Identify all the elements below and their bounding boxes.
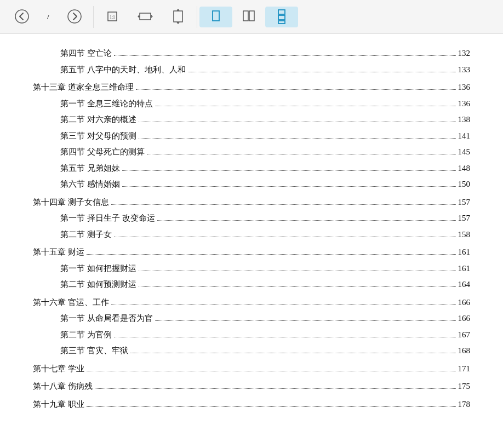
svg-point-0 bbox=[15, 10, 28, 23]
toc-dots bbox=[95, 388, 456, 389]
svg-rect-15 bbox=[278, 21, 285, 24]
divider-1 bbox=[93, 6, 94, 28]
svg-point-1 bbox=[68, 10, 81, 23]
toc-title: 第五节 八字中的天时、地利、人和 bbox=[60, 62, 186, 78]
toc-page-number: 145 bbox=[458, 144, 471, 160]
toc-dots bbox=[188, 72, 456, 72]
prev-icon bbox=[14, 9, 30, 24]
toc-page-number: 166 bbox=[458, 295, 471, 311]
section-entry: 第四节 父母死亡的测算145 bbox=[33, 144, 470, 160]
toc-page-number: 167 bbox=[458, 327, 471, 343]
toc-dots bbox=[111, 305, 456, 305]
toc-title: 第一节 从命局看是否为官 bbox=[60, 311, 153, 326]
chapter-entry: 第十四章 测子女信息157 bbox=[33, 194, 470, 210]
toc-page-number: 166 bbox=[458, 311, 471, 326]
single-page-icon bbox=[208, 9, 224, 24]
single-page-button[interactable] bbox=[199, 7, 232, 27]
section-entry: 第四节 空亡论132 bbox=[33, 45, 470, 61]
toc-page-number: 175 bbox=[458, 378, 471, 394]
toc-page-number: 132 bbox=[458, 45, 471, 61]
actual-size-icon: 1:1 bbox=[105, 9, 120, 24]
toc-dots bbox=[87, 371, 456, 371]
toc-dots bbox=[114, 55, 456, 56]
toc-dots bbox=[157, 220, 456, 221]
toc-page-number: 171 bbox=[458, 361, 471, 377]
toc-title: 第十三章 道家全息三维命理 bbox=[33, 79, 134, 95]
toc-page-number: 133 bbox=[458, 62, 471, 78]
chapter-entry: 第十七章 学业171 bbox=[33, 361, 470, 377]
section-entry: 第一节 择日生子 改变命运157 bbox=[33, 210, 470, 226]
toc-page-number: 161 bbox=[458, 244, 471, 260]
toc-title: 第二节 为官例 bbox=[60, 327, 112, 343]
toc-title: 第四节 父母死亡的测算 bbox=[60, 144, 145, 160]
toc-dots bbox=[122, 170, 456, 171]
section-entry: 第五节 兄弟姐妹148 bbox=[33, 160, 470, 176]
toc-dots bbox=[111, 204, 456, 205]
toc-page-number: 141 bbox=[458, 128, 471, 144]
page-number: / bbox=[47, 13, 49, 21]
svg-rect-13 bbox=[278, 10, 285, 14]
svg-rect-14 bbox=[278, 15, 285, 20]
toc-dots bbox=[147, 154, 456, 154]
toc-page-number: 136 bbox=[458, 96, 471, 112]
toc-page-number: 157 bbox=[458, 210, 471, 226]
toc-dots bbox=[139, 122, 456, 122]
toc-title: 第二节 测子女 bbox=[60, 227, 112, 243]
toc-page-number: 164 bbox=[458, 277, 471, 292]
toolbar: / 1:1 bbox=[0, 0, 503, 34]
section-entry: 第六节 感情婚姻150 bbox=[33, 176, 470, 192]
toc-title: 第四节 空亡论 bbox=[60, 45, 112, 61]
toc-title: 第一节 择日生子 改变命运 bbox=[60, 210, 155, 226]
fit-page-button[interactable] bbox=[162, 7, 195, 27]
toc-dots bbox=[155, 106, 456, 106]
toc-title: 第三节 官灾、牢狱 bbox=[60, 343, 128, 359]
svg-text:1:1: 1:1 bbox=[110, 15, 115, 20]
svg-rect-10 bbox=[213, 11, 219, 21]
chapter-entry: 第十五章 财运161 bbox=[33, 244, 470, 260]
toc-title: 第一节 如何把握财运 bbox=[60, 261, 136, 277]
toc-page-number: 148 bbox=[458, 160, 471, 176]
continuous-icon bbox=[274, 9, 289, 24]
toc-title: 第十五章 财运 bbox=[33, 244, 84, 260]
toc-page-number: 138 bbox=[458, 112, 471, 128]
toc-title: 第二节 对六亲的概述 bbox=[60, 112, 136, 128]
toc-title: 第三节 对父母的预测 bbox=[60, 128, 136, 144]
next-page-button[interactable] bbox=[58, 7, 91, 27]
chapter-entry: 第十三章 道家全息三维命理136 bbox=[33, 79, 470, 95]
toc-page-number: 158 bbox=[458, 227, 471, 243]
toc-dots bbox=[87, 254, 456, 255]
divider-2 bbox=[197, 6, 197, 28]
section-entry: 第二节 如何预测财运164 bbox=[33, 277, 470, 292]
section-entry: 第二节 对六亲的概述138 bbox=[33, 112, 470, 128]
toc-page-number: 161 bbox=[458, 261, 471, 277]
toc-dots bbox=[130, 353, 456, 353]
continuous-button[interactable] bbox=[265, 7, 298, 27]
toc-title: 第十九章 职业 bbox=[33, 397, 84, 412]
fit-width-button[interactable] bbox=[129, 7, 162, 27]
svg-rect-7 bbox=[174, 11, 182, 22]
chapter-entry: 第十八章 伤病残175 bbox=[33, 378, 470, 394]
svg-rect-12 bbox=[249, 11, 254, 21]
svg-rect-11 bbox=[243, 11, 248, 21]
next-icon bbox=[67, 9, 82, 24]
toc-page-number: 178 bbox=[458, 397, 471, 412]
toc-title: 第五节 兄弟姐妹 bbox=[60, 160, 120, 176]
toc-title: 第二节 如何预测财运 bbox=[60, 277, 136, 292]
double-page-button[interactable] bbox=[232, 7, 265, 27]
toc-title: 第十八章 伤病残 bbox=[33, 378, 93, 394]
double-page-icon bbox=[241, 9, 256, 24]
toc-page-number: 168 bbox=[458, 343, 471, 359]
fit-width-icon bbox=[138, 9, 153, 24]
section-entry: 第三节 对父母的预测141 bbox=[33, 128, 470, 144]
toc-dots bbox=[139, 286, 456, 287]
prev-page-button[interactable] bbox=[5, 7, 38, 27]
toc-title: 第十六章 官运、工作 bbox=[33, 295, 109, 311]
chapter-entry: 第十九章 职业178 bbox=[33, 397, 470, 412]
chapter-entry: 第十六章 官运、工作166 bbox=[33, 295, 470, 311]
actual-size-button[interactable]: 1:1 bbox=[96, 7, 129, 27]
section-entry: 第一节 全息三维论的特点136 bbox=[33, 96, 470, 112]
section-entry: 第二节 为官例167 bbox=[33, 327, 470, 343]
toc-dots bbox=[155, 320, 456, 321]
toc-page-number: 157 bbox=[458, 194, 471, 210]
section-entry: 第一节 如何把握财运161 bbox=[33, 261, 470, 277]
